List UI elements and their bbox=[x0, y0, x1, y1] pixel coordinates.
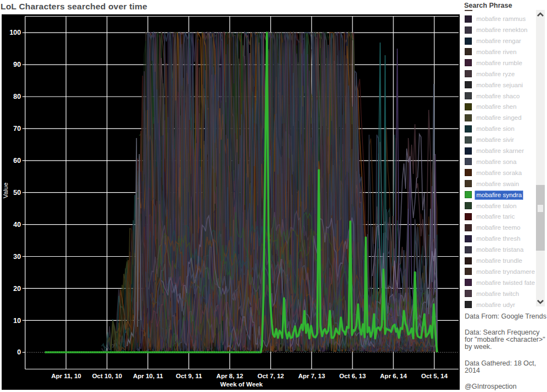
svg-text:Oct 10, 10: Oct 10, 10 bbox=[92, 373, 122, 379]
svg-text:70: 70 bbox=[13, 125, 21, 133]
svg-text:Week of Week: Week of Week bbox=[220, 381, 264, 388]
svg-text:50: 50 bbox=[13, 189, 21, 197]
svg-text:80: 80 bbox=[13, 93, 21, 100]
svg-text:Oct 5, 14: Oct 5, 14 bbox=[421, 373, 448, 379]
svg-text:Apr 10, 11: Apr 10, 11 bbox=[133, 373, 164, 379]
svg-text:Oct 9, 11: Oct 9, 11 bbox=[176, 373, 202, 379]
svg-text:Apr 7, 13: Apr 7, 13 bbox=[298, 373, 325, 379]
svg-text:Apr 6, 14: Apr 6, 14 bbox=[380, 373, 407, 379]
svg-text:Apr 11, 10: Apr 11, 10 bbox=[51, 373, 81, 379]
svg-text:Value: Value bbox=[2, 183, 9, 199]
svg-text:20: 20 bbox=[13, 285, 21, 293]
svg-text:Apr 8, 12: Apr 8, 12 bbox=[217, 373, 244, 379]
svg-text:30: 30 bbox=[13, 253, 21, 261]
svg-text:90: 90 bbox=[13, 61, 21, 68]
svg-text:Oct 6, 13: Oct 6, 13 bbox=[339, 373, 366, 379]
svg-text:10: 10 bbox=[13, 317, 21, 325]
svg-text:0: 0 bbox=[17, 348, 21, 356]
svg-text:60: 60 bbox=[13, 157, 21, 165]
svg-text:40: 40 bbox=[13, 221, 21, 229]
svg-text:100: 100 bbox=[9, 29, 21, 36]
svg-text:Oct 7, 12: Oct 7, 12 bbox=[257, 373, 284, 379]
